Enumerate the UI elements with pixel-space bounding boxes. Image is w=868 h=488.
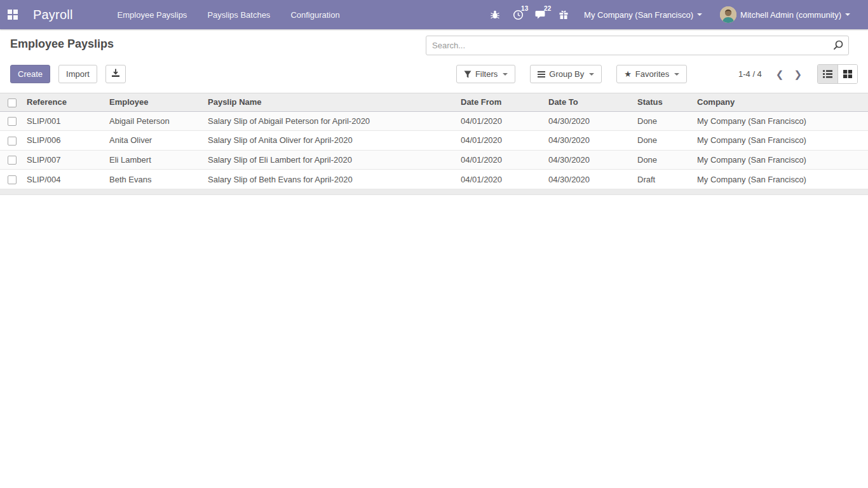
column-header-status[interactable]: Status [635, 93, 695, 112]
debug-bug-icon[interactable] [484, 0, 506, 29]
search-icon[interactable] [832, 39, 844, 53]
cell-employee[interactable]: Anita Oliver [107, 131, 205, 151]
row-checkbox[interactable] [8, 175, 17, 184]
search-input[interactable] [426, 36, 849, 55]
gift-menu[interactable] [552, 0, 575, 29]
table-row[interactable]: SLIP/007Eli LambertSalary Slip of Eli La… [0, 150, 868, 170]
pager-previous-icon[interactable]: ❮ [771, 66, 789, 83]
menu-configuration[interactable]: Configuration [283, 1, 347, 29]
kanban-view-button[interactable] [837, 65, 857, 83]
app-brand[interactable]: Payroll [33, 8, 73, 22]
cell-date-from[interactable]: 04/01/2020 [458, 131, 546, 151]
menu-employee-payslips[interactable]: Employee Payslips [110, 1, 195, 29]
column-header-reference[interactable]: Reference [24, 93, 107, 112]
bug-icon [490, 10, 500, 20]
list-view-button[interactable] [818, 65, 837, 83]
column-header-company[interactable]: Company [695, 93, 868, 112]
column-header-employee[interactable]: Employee [107, 93, 205, 112]
control-panel: Employee Payslips Create Import [0, 29, 868, 89]
row-checkbox[interactable] [8, 156, 17, 165]
cell-date-to[interactable]: 04/30/2020 [546, 170, 635, 189]
filter-funnel-icon [464, 71, 471, 78]
cell-payslip-name[interactable]: Salary Slip of Anita Oliver for April-20… [205, 131, 458, 151]
cell-payslip-name[interactable]: Salary Slip of Beth Evans for April-2020 [205, 170, 458, 189]
row-checkbox-cell[interactable] [0, 131, 24, 151]
cell-status[interactable]: Done [635, 131, 695, 151]
filters-label: Filters [475, 69, 498, 79]
company-name: My Company (San Francisco) [584, 10, 693, 20]
row-checkbox-cell[interactable] [0, 170, 24, 189]
cell-reference[interactable]: SLIP/001 [24, 111, 107, 131]
import-button[interactable]: Import [58, 65, 97, 83]
column-header-date-to[interactable]: Date To [546, 93, 635, 112]
activities-menu[interactable]: 13 [506, 0, 529, 29]
cell-company[interactable]: My Company (San Francisco) [695, 131, 868, 151]
view-switcher [817, 64, 858, 84]
row-checkbox-cell[interactable] [0, 150, 24, 170]
chevron-down-icon [503, 73, 508, 76]
cell-date-from[interactable]: 04/01/2020 [458, 111, 546, 131]
download-icon [111, 69, 120, 78]
cell-company[interactable]: My Company (San Francisco) [695, 150, 868, 170]
pager-value: 1-4 / 4 [738, 69, 762, 79]
cell-company[interactable]: My Company (San Francisco) [695, 170, 868, 189]
cell-status[interactable]: Draft [635, 170, 695, 189]
select-all-cell[interactable] [0, 93, 24, 112]
cell-status[interactable]: Done [635, 150, 695, 170]
cell-payslip-name[interactable]: Salary Slip of Abigail Peterson for Apri… [205, 111, 458, 131]
payslip-list: Reference Employee Payslip Name Date Fro… [0, 93, 868, 189]
cell-reference[interactable]: SLIP/006 [24, 131, 107, 151]
group-by-button[interactable]: Group By [530, 65, 602, 83]
cell-reference[interactable]: SLIP/004 [24, 170, 107, 189]
row-checkbox[interactable] [8, 137, 17, 146]
cell-reference[interactable]: SLIP/007 [24, 150, 107, 170]
chevron-down-icon [674, 73, 679, 76]
table-row[interactable]: SLIP/004Beth EvansSalary Slip of Beth Ev… [0, 170, 868, 189]
cell-company[interactable]: My Company (San Francisco) [695, 111, 868, 131]
select-all-checkbox[interactable] [8, 98, 17, 107]
cell-payslip-name[interactable]: Salary Slip of Eli Lambert for April-202… [205, 150, 458, 170]
list-view-icon [823, 70, 832, 78]
column-header-date-from[interactable]: Date From [458, 93, 546, 112]
pager: 1-4 / 4 ❮ ❯ [738, 64, 858, 84]
search-box [426, 36, 849, 55]
messages-menu[interactable]: 22 [529, 0, 552, 29]
filters-button[interactable]: Filters [456, 65, 515, 83]
favorites-label: Favorites [635, 69, 669, 79]
cell-date-to[interactable]: 04/30/2020 [546, 131, 635, 151]
user-name: Mitchell Admin (community) [740, 10, 841, 20]
table-row[interactable]: SLIP/001Abigail PetersonSalary Slip of A… [0, 111, 868, 131]
company-switcher[interactable]: My Company (San Francisco) [575, 0, 711, 29]
user-menu[interactable]: Mitchell Admin (community) [711, 0, 859, 29]
apps-menu-icon[interactable] [0, 0, 25, 29]
export-button[interactable] [105, 65, 126, 83]
chevron-down-icon [845, 13, 850, 16]
avatar [720, 6, 736, 23]
column-header-payslip-name[interactable]: Payslip Name [205, 93, 458, 112]
search-options: Filters Group By ★ Favorites [456, 65, 687, 83]
gift-icon [559, 10, 569, 20]
cell-employee[interactable]: Abigail Peterson [107, 111, 205, 131]
cell-employee[interactable]: Beth Evans [107, 170, 205, 189]
navbar-systray: 13 22 My Company (San Francisco) [484, 0, 868, 29]
favorites-button[interactable]: ★ Favorites [616, 65, 687, 83]
cell-date-to[interactable]: 04/30/2020 [546, 150, 635, 170]
table-header-row: Reference Employee Payslip Name Date Fro… [0, 93, 868, 112]
create-button[interactable]: Create [10, 65, 50, 83]
group-by-label: Group By [549, 69, 584, 79]
cell-date-from[interactable]: 04/01/2020 [458, 170, 546, 189]
cell-employee[interactable]: Eli Lambert [107, 150, 205, 170]
top-navbar: Payroll Employee Payslips Payslips Batch… [0, 0, 868, 29]
chevron-down-icon [589, 73, 594, 76]
cell-date-to[interactable]: 04/30/2020 [546, 111, 635, 131]
table-row[interactable]: SLIP/006Anita OliverSalary Slip of Anita… [0, 131, 868, 151]
group-by-icon [538, 71, 545, 78]
menu-payslips-batches[interactable]: Payslips Batches [200, 1, 278, 29]
pager-next-icon[interactable]: ❯ [789, 66, 807, 83]
cell-date-from[interactable]: 04/01/2020 [458, 150, 546, 170]
main-menu: Employee Payslips Payslips Batches Confi… [110, 1, 348, 29]
row-checkbox-cell[interactable] [0, 111, 24, 131]
cell-status[interactable]: Done [635, 111, 695, 131]
row-checkbox[interactable] [8, 117, 17, 126]
star-icon: ★ [624, 70, 632, 78]
